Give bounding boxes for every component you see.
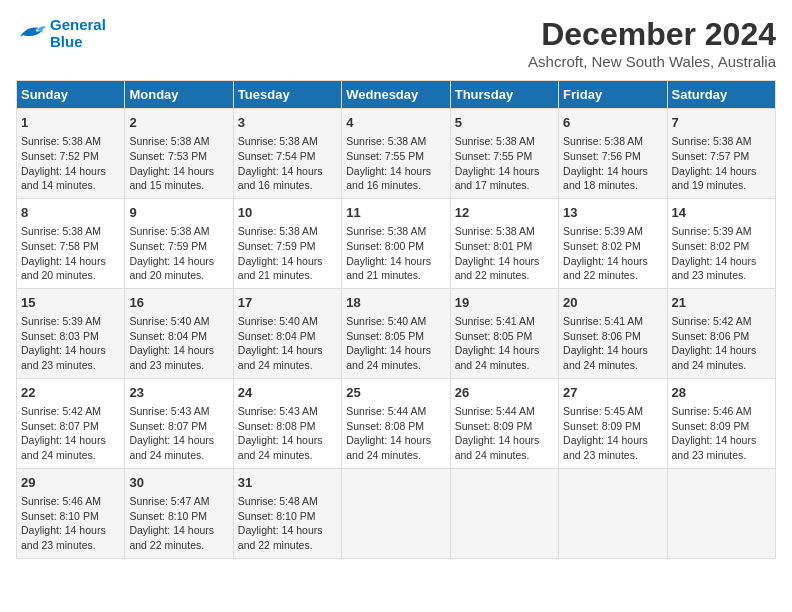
daylight-text: Daylight: 14 hours and 23 minutes.	[672, 255, 757, 282]
daylight-text: Daylight: 14 hours and 22 minutes.	[238, 524, 323, 551]
daylight-text: Daylight: 14 hours and 18 minutes.	[563, 165, 648, 192]
day-number: 15	[21, 294, 120, 312]
daylight-text: Daylight: 14 hours and 24 minutes.	[21, 434, 106, 461]
day-number: 6	[563, 114, 662, 132]
sunrise-text: Sunrise: 5:43 AM	[238, 405, 318, 417]
calendar-cell: 10Sunrise: 5:38 AMSunset: 7:59 PMDayligh…	[233, 198, 341, 288]
calendar-cell: 22Sunrise: 5:42 AMSunset: 8:07 PMDayligh…	[17, 378, 125, 468]
calendar-cell: 7Sunrise: 5:38 AMSunset: 7:57 PMDaylight…	[667, 109, 775, 199]
sunrise-text: Sunrise: 5:44 AM	[455, 405, 535, 417]
sunset-text: Sunset: 8:04 PM	[238, 330, 316, 342]
sunrise-text: Sunrise: 5:43 AM	[129, 405, 209, 417]
daylight-text: Daylight: 14 hours and 24 minutes.	[672, 344, 757, 371]
daylight-text: Daylight: 14 hours and 24 minutes.	[346, 344, 431, 371]
logo-text: General	[50, 16, 106, 33]
daylight-text: Daylight: 14 hours and 22 minutes.	[563, 255, 648, 282]
calendar-cell	[667, 468, 775, 558]
day-number: 4	[346, 114, 445, 132]
sunrise-text: Sunrise: 5:38 AM	[672, 135, 752, 147]
day-number: 27	[563, 384, 662, 402]
sunrise-text: Sunrise: 5:46 AM	[21, 495, 101, 507]
daylight-text: Daylight: 14 hours and 24 minutes.	[563, 344, 648, 371]
calendar-cell: 8Sunrise: 5:38 AMSunset: 7:58 PMDaylight…	[17, 198, 125, 288]
day-number: 14	[672, 204, 771, 222]
daylight-text: Daylight: 14 hours and 24 minutes.	[238, 344, 323, 371]
daylight-text: Daylight: 14 hours and 19 minutes.	[672, 165, 757, 192]
daylight-text: Daylight: 14 hours and 24 minutes.	[238, 434, 323, 461]
logo-bird-icon	[16, 21, 46, 45]
sunset-text: Sunset: 7:55 PM	[346, 150, 424, 162]
day-number: 10	[238, 204, 337, 222]
day-number: 20	[563, 294, 662, 312]
calendar-cell: 18Sunrise: 5:40 AMSunset: 8:05 PMDayligh…	[342, 288, 450, 378]
sunset-text: Sunset: 8:10 PM	[129, 510, 207, 522]
logo-text2: Blue	[50, 33, 106, 50]
calendar-week-row: 8Sunrise: 5:38 AMSunset: 7:58 PMDaylight…	[17, 198, 776, 288]
page-subtitle: Ashcroft, New South Wales, Australia	[528, 53, 776, 70]
calendar-cell: 25Sunrise: 5:44 AMSunset: 8:08 PMDayligh…	[342, 378, 450, 468]
sunset-text: Sunset: 8:10 PM	[238, 510, 316, 522]
sunset-text: Sunset: 8:09 PM	[672, 420, 750, 432]
calendar-cell: 30Sunrise: 5:47 AMSunset: 8:10 PMDayligh…	[125, 468, 233, 558]
calendar-cell: 24Sunrise: 5:43 AMSunset: 8:08 PMDayligh…	[233, 378, 341, 468]
calendar-cell: 13Sunrise: 5:39 AMSunset: 8:02 PMDayligh…	[559, 198, 667, 288]
daylight-text: Daylight: 14 hours and 20 minutes.	[129, 255, 214, 282]
sunset-text: Sunset: 8:07 PM	[129, 420, 207, 432]
sunrise-text: Sunrise: 5:38 AM	[21, 135, 101, 147]
sunrise-text: Sunrise: 5:39 AM	[563, 225, 643, 237]
daylight-text: Daylight: 14 hours and 24 minutes.	[129, 434, 214, 461]
sunset-text: Sunset: 7:52 PM	[21, 150, 99, 162]
sunrise-text: Sunrise: 5:38 AM	[238, 135, 318, 147]
header-row: Sunday Monday Tuesday Wednesday Thursday…	[17, 81, 776, 109]
day-number: 16	[129, 294, 228, 312]
logo: General Blue	[16, 16, 106, 50]
day-number: 26	[455, 384, 554, 402]
daylight-text: Daylight: 14 hours and 23 minutes.	[672, 434, 757, 461]
col-saturday: Saturday	[667, 81, 775, 109]
day-number: 18	[346, 294, 445, 312]
page-title: December 2024	[528, 16, 776, 53]
day-number: 29	[21, 474, 120, 492]
sunrise-text: Sunrise: 5:42 AM	[672, 315, 752, 327]
calendar-cell: 5Sunrise: 5:38 AMSunset: 7:55 PMDaylight…	[450, 109, 558, 199]
sunset-text: Sunset: 8:02 PM	[563, 240, 641, 252]
calendar-cell: 14Sunrise: 5:39 AMSunset: 8:02 PMDayligh…	[667, 198, 775, 288]
day-number: 23	[129, 384, 228, 402]
day-number: 8	[21, 204, 120, 222]
sunset-text: Sunset: 8:08 PM	[346, 420, 424, 432]
calendar-week-row: 15Sunrise: 5:39 AMSunset: 8:03 PMDayligh…	[17, 288, 776, 378]
sunrise-text: Sunrise: 5:39 AM	[21, 315, 101, 327]
calendar-cell: 1Sunrise: 5:38 AMSunset: 7:52 PMDaylight…	[17, 109, 125, 199]
calendar-cell: 12Sunrise: 5:38 AMSunset: 8:01 PMDayligh…	[450, 198, 558, 288]
daylight-text: Daylight: 14 hours and 23 minutes.	[21, 524, 106, 551]
day-number: 21	[672, 294, 771, 312]
sunset-text: Sunset: 8:04 PM	[129, 330, 207, 342]
day-number: 9	[129, 204, 228, 222]
sunrise-text: Sunrise: 5:46 AM	[672, 405, 752, 417]
day-number: 5	[455, 114, 554, 132]
sunrise-text: Sunrise: 5:39 AM	[672, 225, 752, 237]
daylight-text: Daylight: 14 hours and 22 minutes.	[129, 524, 214, 551]
daylight-text: Daylight: 14 hours and 23 minutes.	[129, 344, 214, 371]
sunset-text: Sunset: 7:56 PM	[563, 150, 641, 162]
daylight-text: Daylight: 14 hours and 23 minutes.	[21, 344, 106, 371]
header: General Blue December 2024 Ashcroft, New…	[16, 16, 776, 70]
calendar-cell: 11Sunrise: 5:38 AMSunset: 8:00 PMDayligh…	[342, 198, 450, 288]
col-sunday: Sunday	[17, 81, 125, 109]
daylight-text: Daylight: 14 hours and 21 minutes.	[238, 255, 323, 282]
sunrise-text: Sunrise: 5:38 AM	[346, 135, 426, 147]
sunset-text: Sunset: 8:02 PM	[672, 240, 750, 252]
daylight-text: Daylight: 14 hours and 24 minutes.	[346, 434, 431, 461]
sunrise-text: Sunrise: 5:40 AM	[129, 315, 209, 327]
sunset-text: Sunset: 8:07 PM	[21, 420, 99, 432]
calendar-cell: 15Sunrise: 5:39 AMSunset: 8:03 PMDayligh…	[17, 288, 125, 378]
day-number: 11	[346, 204, 445, 222]
daylight-text: Daylight: 14 hours and 16 minutes.	[346, 165, 431, 192]
sunset-text: Sunset: 7:58 PM	[21, 240, 99, 252]
calendar-cell: 31Sunrise: 5:48 AMSunset: 8:10 PMDayligh…	[233, 468, 341, 558]
sunset-text: Sunset: 8:00 PM	[346, 240, 424, 252]
sunset-text: Sunset: 8:09 PM	[455, 420, 533, 432]
calendar-cell: 29Sunrise: 5:46 AMSunset: 8:10 PMDayligh…	[17, 468, 125, 558]
day-number: 31	[238, 474, 337, 492]
sunset-text: Sunset: 7:57 PM	[672, 150, 750, 162]
